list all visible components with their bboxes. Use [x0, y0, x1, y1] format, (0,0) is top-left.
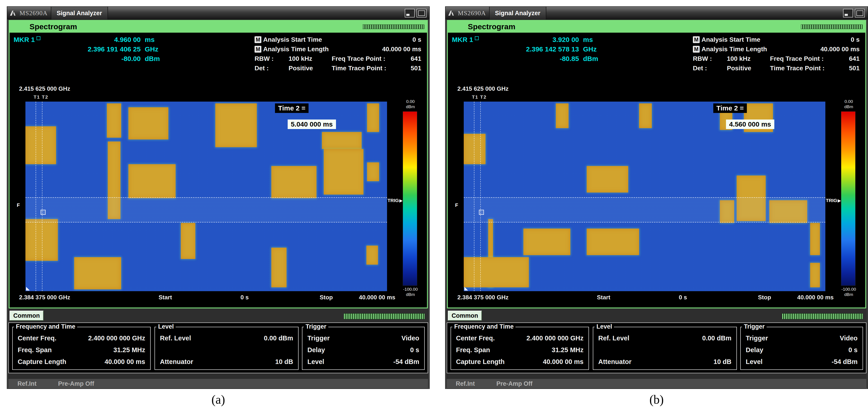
- analysis-length-value: 40.000 00 ms: [820, 45, 860, 53]
- stop-label: Stop: [320, 294, 333, 301]
- detector-label: Det :: [254, 65, 288, 72]
- frequency-marker-label: F: [17, 202, 20, 208]
- window-maximize-button[interactable]: [855, 9, 865, 18]
- setting-value: 0.00 dBm: [702, 335, 732, 342]
- detector-value: Positive: [288, 65, 332, 72]
- burst-block: [128, 164, 175, 198]
- setting-value: 40.000 00 ms: [104, 358, 145, 366]
- window-maximize-button[interactable]: [416, 9, 427, 18]
- burst-block: [464, 257, 529, 288]
- rbw-label: RBW :: [254, 55, 288, 62]
- time-axis: 2.384 375 000 GHz Start 0 s Stop 40.000 …: [448, 294, 865, 303]
- burst-block: [587, 229, 639, 255]
- freq-span-row: Freq. Span 31.25 MHz: [456, 344, 584, 356]
- setting-label: Freq. Span: [456, 346, 490, 354]
- screen-title: Spectrogram: [468, 22, 516, 31]
- detector-row: Det : Positive Time Trace Point : 501: [693, 63, 860, 73]
- time2-label: Time 2 =: [713, 103, 747, 113]
- spectrogram-plot[interactable]: Time 2 = 4.560 000 ms: [464, 102, 825, 291]
- capture-length-row: Capture Length 40.000 00 ms: [18, 356, 145, 368]
- progress-indicator: [344, 313, 425, 319]
- setting-value: 10 dB: [713, 358, 732, 366]
- settings-summary: Frequency and Time Center Freq. 2.400 00…: [8, 322, 428, 373]
- marker-freq-unit: GHz: [583, 45, 603, 53]
- group-title-frequency-time: Frequency and Time: [14, 323, 77, 330]
- titlebar: MS2690A Signal Analyzer: [445, 7, 868, 20]
- trigger-source-row: Trigger Video: [307, 332, 419, 344]
- center-freq-row: Center Freq. 2.400 000 000 GHz: [18, 332, 145, 344]
- spectrogram-bursts: [464, 102, 825, 291]
- burst-block: [810, 223, 820, 255]
- figure-caption: (a): [7, 392, 430, 407]
- window-minimize-button[interactable]: [843, 9, 853, 18]
- group-title-level: Level: [595, 323, 614, 330]
- marker-label: MKR 1: [452, 36, 488, 43]
- rbw-row: RBW : 100 kHz Freq Trace Point : 641: [693, 54, 860, 63]
- app-tab-signal-analyzer[interactable]: Signal Analyzer: [489, 7, 546, 20]
- burst-block: [639, 103, 652, 128]
- burst-block: [107, 103, 121, 137]
- anritsu-logo-icon: [9, 10, 16, 16]
- freq-span-row: Freq. Span 31.25 MHz: [18, 344, 145, 356]
- figure-root: MS2690A Signal Analyzer Spectrogram MKR …: [0, 0, 868, 407]
- setting-value: 31.25 MHz: [552, 346, 584, 354]
- capture-length-row: Capture Length 40.000 00 ms: [456, 356, 584, 368]
- setting-label: Level: [307, 358, 324, 366]
- setting-label: Delay: [746, 346, 763, 354]
- trigger-arrow-icon: ▶: [838, 198, 841, 203]
- titlebar: MS2690A Signal Analyzer: [7, 7, 429, 20]
- spectrogram-plot[interactable]: Time 2 = 5.040 000 ms: [25, 102, 387, 291]
- burst-block: [464, 134, 486, 164]
- rbw-row: RBW : 100 kHz Freq Trace Point : 641: [254, 54, 421, 63]
- trigger-delay-row: Delay 0 s: [746, 344, 858, 356]
- start-label: Start: [597, 294, 610, 301]
- analysis-start-row: MAnalysis Start Time 0 s: [254, 35, 421, 44]
- burst-block: [322, 132, 362, 149]
- model-label: MS2690A: [20, 9, 48, 17]
- signal-analyzer-window: MS2690A Signal Analyzer Spectrogram MKR …: [445, 6, 868, 389]
- burst-block: [25, 219, 58, 261]
- analysis-start-value: 0 s: [851, 36, 860, 43]
- screen-title: Spectrogram: [30, 22, 77, 31]
- time-marker-t1-line: [474, 102, 474, 291]
- analysis-start-label: Analysis Start Time: [702, 36, 760, 43]
- burst-block: [810, 263, 820, 288]
- anritsu-logo-icon: [448, 10, 455, 16]
- window-controls: [843, 9, 865, 18]
- trigger-level-indicator: TRIG▶: [388, 198, 403, 203]
- marker-level-value: -80.00: [50, 55, 141, 63]
- marker-square-icon: [36, 36, 40, 40]
- burst-block: [367, 103, 379, 132]
- marker-time-unit: ms: [583, 36, 603, 43]
- analysis-readout: MAnalysis Start Time 0 s MAnalysis Time …: [254, 35, 421, 73]
- marker-time-unit: ms: [145, 36, 165, 43]
- window-controls: [405, 9, 427, 18]
- detector-row: Det : Positive Time Trace Point : 501: [254, 63, 421, 73]
- common-button[interactable]: Common: [448, 311, 482, 321]
- figure-caption: (b): [445, 392, 868, 407]
- marker-freq-row: 2.396 191 406 25 GHz: [13, 44, 191, 54]
- app-tab-signal-analyzer[interactable]: Signal Analyzer: [51, 7, 108, 20]
- frequency-time-group: Frequency and Time Center Freq. 2.400 00…: [451, 327, 589, 370]
- frequency-marker-band: [464, 197, 825, 222]
- level-group: Level Ref. Level 0.00 dBm Attenuator 10 …: [593, 327, 737, 370]
- level-group: Level Ref. Level 0.00 dBm Attenuator 10 …: [155, 327, 299, 370]
- setting-value: 2.400 000 000 GHz: [88, 335, 145, 342]
- marker-level-value: -80.85: [488, 55, 579, 63]
- marker-readout: MKR 1 3.920 00 ms 2.396 142 578 13 GHz -…: [452, 35, 629, 63]
- window-minimize-button[interactable]: [405, 9, 415, 18]
- common-button[interactable]: Common: [9, 311, 43, 321]
- time2-value: 5.040 000 ms: [288, 120, 336, 129]
- burst-block: [271, 248, 286, 288]
- signal-analyzer-window: MS2690A Signal Analyzer Spectrogram MKR …: [7, 6, 430, 389]
- setting-label: Level: [746, 358, 763, 366]
- trigger-arrow-icon: ▶: [399, 198, 403, 203]
- group-title-frequency-time: Frequency and Time: [453, 323, 516, 330]
- screen-header: Spectrogram: [9, 21, 427, 33]
- time2-value: 4.560 000 ms: [726, 120, 774, 129]
- burst-block: [215, 103, 257, 147]
- setting-value: 31.25 MHz: [114, 346, 145, 354]
- setting-value: 0 s: [410, 346, 419, 354]
- colorbar: [403, 112, 417, 286]
- start-label: Start: [159, 294, 172, 301]
